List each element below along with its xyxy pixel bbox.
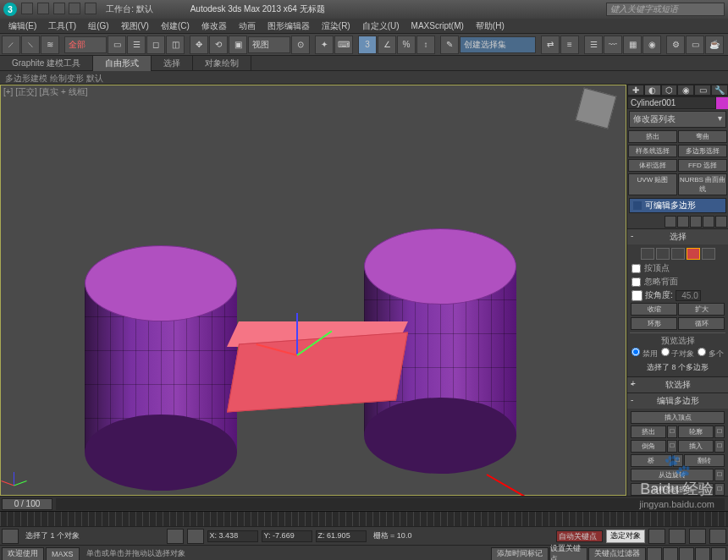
- preview-multi-radio[interactable]: [698, 348, 706, 356]
- angle-snap-icon[interactable]: ∠: [378, 36, 396, 54]
- modbtn-poly-sel[interactable]: 多边形选择: [678, 145, 727, 157]
- mirror-icon[interactable]: ⇄: [541, 36, 560, 54]
- modbtn-uvw-map[interactable]: UVW 贴图: [628, 173, 677, 195]
- select-rotate-icon[interactable]: ⟲: [209, 36, 228, 54]
- qat-new-icon[interactable]: [21, 3, 33, 14]
- select-move-icon[interactable]: ✥: [190, 36, 208, 54]
- nav-zoom-icon[interactable]: [647, 547, 662, 561]
- make-unique-icon[interactable]: [690, 216, 702, 228]
- qat-redo-icon[interactable]: [85, 3, 97, 14]
- add-time-tag-button[interactable]: 添加时间标记: [491, 547, 549, 561]
- workspace-dropdown[interactable]: 工作台: 默认: [106, 3, 153, 15]
- flip-button[interactable]: 翻转: [684, 454, 725, 467]
- nav-pan-icon[interactable]: [679, 547, 694, 561]
- tab-utilities-icon[interactable]: 🔧: [711, 85, 728, 96]
- help-search-input[interactable]: 键入关键字或短语: [606, 3, 725, 16]
- ref-coord-dropdown[interactable]: 视图: [248, 36, 290, 53]
- layer-manager-icon[interactable]: ☰: [584, 36, 603, 54]
- modifier-stack[interactable]: 可编辑多边形: [629, 198, 726, 213]
- hinge-settings-icon[interactable]: □: [714, 469, 725, 481]
- material-editor-icon[interactable]: ◉: [643, 36, 661, 54]
- modbtn-vol-sel[interactable]: 体积选择: [628, 159, 677, 172]
- align-icon[interactable]: ≡: [560, 36, 579, 54]
- bind-space-warp-icon[interactable]: ≋: [41, 36, 59, 54]
- schematic-view-icon[interactable]: ▦: [623, 36, 642, 54]
- menu-render[interactable]: 渲染(R): [317, 19, 356, 33]
- subobj-vertex-icon[interactable]: [641, 248, 654, 260]
- percent-snap-icon[interactable]: %: [397, 36, 416, 54]
- nav-orbit-icon[interactable]: [695, 547, 710, 561]
- menu-modifiers[interactable]: 修改器: [196, 19, 232, 33]
- maxscript-listener-button[interactable]: MAXS: [46, 547, 80, 561]
- select-by-name-icon[interactable]: ☰: [127, 36, 146, 54]
- tab-hierarchy-icon[interactable]: ⬡: [661, 85, 678, 96]
- bevel-settings-icon[interactable]: □: [667, 440, 677, 453]
- show-end-result-icon[interactable]: [677, 216, 689, 228]
- preview-subobj-radio[interactable]: [661, 348, 670, 356]
- rollout-edit-polygons-header[interactable]: 编辑多边形: [627, 393, 728, 409]
- outline-settings-icon[interactable]: □: [714, 425, 725, 438]
- menu-edit[interactable]: 编辑(E): [3, 19, 41, 33]
- nav-maximize-icon[interactable]: [711, 547, 726, 561]
- prev-key-icon[interactable]: [648, 529, 665, 544]
- play-icon[interactable]: [669, 529, 686, 544]
- goto-end-icon[interactable]: [709, 529, 726, 544]
- curve-editor-icon[interactable]: 〰: [604, 36, 622, 54]
- object-name-field[interactable]: Cylinder001: [627, 96, 716, 109]
- extrude-spline-settings-icon[interactable]: □: [714, 483, 725, 496]
- auto-key-button[interactable]: 自动关键点: [556, 530, 603, 542]
- welcome-button[interactable]: 欢迎使用: [2, 547, 44, 561]
- set-key-button[interactable]: 设置关键点: [549, 547, 587, 561]
- tab-create-icon[interactable]: ✚: [627, 85, 644, 96]
- time-slider[interactable]: 0 / 100: [2, 498, 52, 510]
- bridge-settings-icon[interactable]: □: [673, 454, 683, 467]
- use-pivot-center-icon[interactable]: ⊙: [291, 36, 310, 54]
- render-setup-icon[interactable]: ⚙: [666, 36, 685, 54]
- subobj-element-icon[interactable]: [702, 248, 715, 260]
- modbtn-bend[interactable]: 弯曲: [678, 130, 727, 143]
- modbtn-spline-sel[interactable]: 样条线选择: [628, 145, 677, 157]
- grow-button[interactable]: 扩大: [678, 303, 725, 316]
- menu-create[interactable]: 创建(C): [156, 19, 195, 33]
- loop-button[interactable]: 循环: [678, 317, 725, 330]
- menu-group[interactable]: 组(G): [83, 19, 113, 33]
- keyboard-shortcut-icon[interactable]: ⌨: [334, 36, 353, 54]
- extrude-settings-icon[interactable]: □: [667, 425, 677, 438]
- ribbon-tab-selection[interactable]: 选择: [152, 56, 193, 71]
- shrink-button[interactable]: 收缩: [631, 303, 677, 316]
- extrude-spline-button[interactable]: 沿样条线挤出: [631, 483, 714, 496]
- ribbon-tab-graphite[interactable]: Graphite 建模工具: [0, 56, 93, 71]
- lock-selection-icon[interactable]: [2, 529, 19, 544]
- inset-settings-icon[interactable]: □: [714, 440, 725, 453]
- menu-customize[interactable]: 自定义(U): [357, 19, 405, 33]
- inset-button[interactable]: 插入: [678, 440, 714, 453]
- configure-sets-icon[interactable]: [715, 216, 727, 228]
- qat-undo-icon[interactable]: [69, 3, 80, 14]
- bevel-button[interactable]: 倒角: [631, 440, 666, 453]
- next-key-icon[interactable]: [689, 529, 706, 544]
- subobj-edge-icon[interactable]: [656, 248, 670, 260]
- x-coord[interactable]: X: 3.438: [207, 530, 258, 542]
- select-manipulate-icon[interactable]: ✦: [315, 36, 334, 54]
- modbtn-ffd-sel[interactable]: FFD 选择: [678, 159, 727, 172]
- select-scale-icon[interactable]: ▣: [229, 36, 247, 54]
- window-crossing-icon[interactable]: ◫: [166, 36, 185, 54]
- selection-lock-icon[interactable]: [187, 529, 204, 544]
- app-logo[interactable]: 3: [3, 3, 17, 16]
- isolate-icon[interactable]: [167, 529, 184, 544]
- stack-item-editable-poly[interactable]: 可编辑多边形: [630, 199, 725, 212]
- bridge-polygon[interactable]: [227, 332, 408, 413]
- by-vertex-checkbox[interactable]: [631, 264, 641, 273]
- select-region-icon[interactable]: ◻: [146, 36, 165, 54]
- nav-zoom-all-icon[interactable]: [663, 547, 678, 561]
- rollout-selection-header[interactable]: 选择: [627, 229, 728, 244]
- outline-button[interactable]: 轮廓: [678, 425, 714, 438]
- tab-modify-icon[interactable]: ◐: [644, 85, 661, 96]
- menu-graph-editors[interactable]: 图形编辑器: [262, 19, 315, 33]
- z-coord[interactable]: Z: 61.905: [316, 530, 367, 542]
- menu-help[interactable]: 帮助(H): [471, 19, 510, 33]
- tab-motion-icon[interactable]: ◉: [677, 85, 694, 96]
- spinner-snap-icon[interactable]: ↕: [416, 36, 435, 54]
- remove-modifier-icon[interactable]: [703, 216, 714, 228]
- pin-stack-icon[interactable]: [665, 216, 676, 228]
